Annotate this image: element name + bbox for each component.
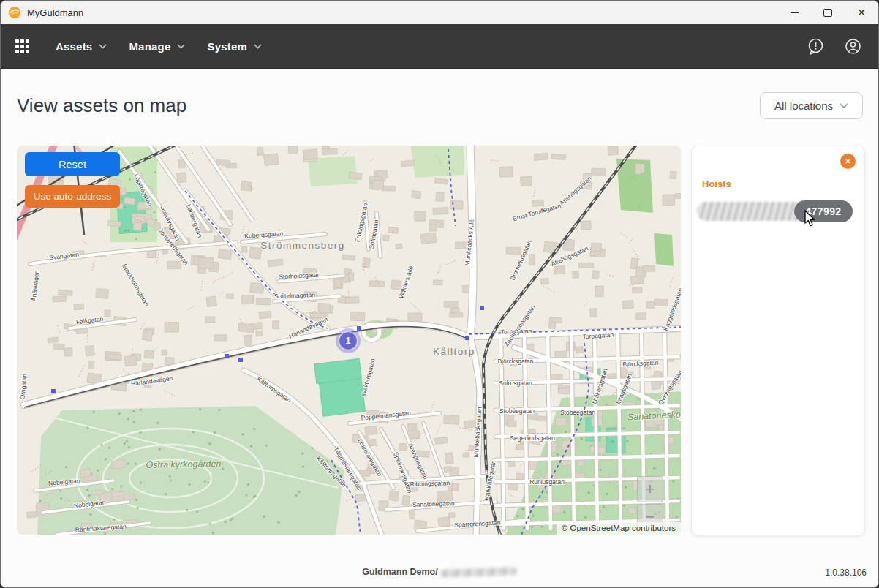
close-button[interactable]: ✕ — [845, 1, 878, 24]
apps-grid-icon[interactable] — [15, 39, 29, 53]
footer-tenant-label: Guldmann Demo/ — [362, 567, 437, 577]
svg-text:Östra kyrkogården: Östra kyrkogården — [146, 459, 221, 470]
svg-text:Kålltorp: Kålltorp — [433, 346, 475, 357]
app-version: 1.0.38.106 — [825, 568, 867, 578]
use-auto-address-button[interactable]: Use auto-address — [25, 185, 120, 208]
nav-system[interactable]: System — [207, 40, 262, 53]
svg-text:Strömmensberg: Strömmensberg — [260, 240, 345, 251]
hoists-panel: ✕ Hoists 477992 — [691, 146, 865, 536]
panel-title: Hoists — [702, 178, 731, 189]
svg-text:Segerlindsgatan: Segerlindsgatan — [510, 434, 555, 442]
svg-text:Runiusgatan: Runiusgatan — [529, 478, 565, 486]
svg-text:Sanatoriegatan: Sanatoriegatan — [412, 500, 455, 508]
close-icon: ✕ — [857, 7, 866, 18]
svg-text:Björcksgatan: Björcksgatan — [497, 358, 533, 365]
svg-text:Ribbingsgatan: Ribbingsgatan — [410, 479, 450, 488]
nav-assets[interactable]: Assets — [56, 40, 107, 53]
guldmann-logo-icon — [8, 6, 21, 19]
map-cluster-marker[interactable]: 1 — [336, 328, 361, 353]
location-filter-select[interactable]: All locations — [760, 92, 863, 119]
svg-text:Solrosgatan: Solrosgatan — [499, 380, 532, 387]
location-filter-value: All locations — [774, 99, 833, 112]
map-attribution: © OpenStreetMap contributors — [557, 522, 681, 535]
map[interactable]: StrömmensbergKålltorpÖstra kyrkogårdenSa… — [17, 146, 681, 535]
maximize-button[interactable] — [811, 1, 845, 24]
hoist-id-badge: 477992 — [794, 200, 853, 222]
chevron-down-icon — [254, 44, 262, 49]
feedback-bubble-icon[interactable] — [807, 37, 825, 56]
svg-text:1: 1 — [346, 336, 351, 346]
minimize-button[interactable] — [777, 1, 811, 24]
footer: Guldmann Demo/ — [1, 557, 878, 587]
reset-button[interactable]: Reset — [25, 152, 120, 176]
panel-close-button[interactable]: ✕ — [840, 154, 856, 169]
minimize-icon — [791, 12, 799, 12]
zoom-in-button[interactable]: + — [637, 476, 663, 502]
chevron-down-icon — [99, 44, 107, 49]
chevron-down-icon — [840, 103, 848, 109]
nav-manage-label: Manage — [129, 40, 170, 53]
svg-text:Stobéegatan: Stobéegatan — [499, 407, 535, 415]
footer-redacted-text — [440, 567, 517, 578]
main-nav: Assets Manage System — [1, 24, 878, 69]
nav-assets-label: Assets — [56, 40, 92, 53]
nav-manage[interactable]: Manage — [129, 40, 185, 53]
account-icon[interactable] — [844, 37, 862, 56]
maximize-icon — [823, 9, 832, 17]
nav-system-label: System — [207, 40, 247, 53]
window-title: MyGuldmann — [27, 7, 83, 18]
svg-text:Sulitelmagatan: Sulitelmagatan — [274, 291, 316, 300]
hoist-list-item[interactable]: 477992 — [697, 201, 853, 222]
hoist-name-redacted — [697, 202, 808, 221]
svg-text:Stobéegatan: Stobéegatan — [560, 409, 595, 416]
title-bar: MyGuldmann ✕ — [1, 1, 878, 24]
page-title: View assets on map — [17, 94, 186, 117]
app-window: MyGuldmann ✕ Assets Manage System — [0, 0, 879, 588]
chevron-down-icon — [177, 44, 185, 49]
